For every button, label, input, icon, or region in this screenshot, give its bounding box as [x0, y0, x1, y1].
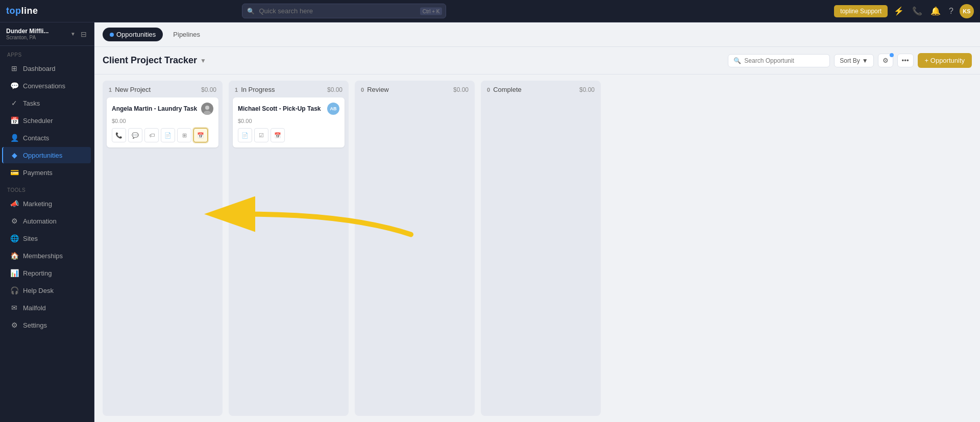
automation-icon: ⚙: [10, 217, 18, 225]
card-tag-button[interactable]: 🏷: [144, 128, 159, 142]
kanban-cards-complete: [481, 97, 601, 416]
kanban-card: Angela Martin - Laundry Task $0.00: [107, 97, 218, 147]
tab-active-dot: [110, 33, 114, 37]
sidebar: Dunder Miffli... Scranton, PA ▼ ⊟ Apps ⊞…: [0, 22, 94, 422]
card-grid-button[interactable]: ⊞: [177, 128, 191, 142]
sidebar-item-mailfold[interactable]: ✉ Mailfold: [3, 300, 91, 316]
scheduler-icon: 📅: [10, 116, 18, 125]
sort-by-button[interactable]: Sort By ▼: [834, 54, 873, 67]
apps-section-label: Apps: [0, 46, 94, 60]
board-actions: 🔍 Sort By ▼ ⚙ ••• + Oppor: [728, 53, 972, 68]
board-title-wrapper: Client Project Tracker ▼: [103, 55, 206, 66]
more-options-button[interactable]: •••: [897, 54, 914, 67]
lightning-icon-button[interactable]: ⚡: [892, 4, 906, 18]
card-actions: 📄 ☑ 📅: [238, 128, 339, 142]
conversations-icon: 💬: [10, 82, 18, 90]
column-amount: $0.00: [327, 86, 342, 93]
board-header: Client Project Tracker ▼ 🔍 Sort By ▼ ⚙: [94, 47, 980, 75]
tab-opportunities-label: Opportunities: [116, 31, 156, 38]
column-name: Review: [367, 86, 450, 93]
sidebar-item-label: Opportunities: [23, 152, 62, 159]
column-amount: $0.00: [453, 86, 469, 93]
sidebar-item-memberships[interactable]: 🏠 Memberships: [3, 247, 91, 264]
reporting-icon: 📊: [10, 269, 18, 277]
dashboard-icon: ⊞: [10, 64, 18, 72]
sidebar-item-scheduler[interactable]: 📅 Scheduler: [3, 112, 91, 129]
sidebar-item-marketing[interactable]: 📣 Marketing: [3, 195, 91, 212]
sidebar-item-settings[interactable]: ⚙ Settings: [3, 317, 91, 333]
card-title: Michael Scott - Pick-Up Task: [238, 105, 321, 112]
sidebar-item-contacts[interactable]: 👤 Contacts: [3, 130, 91, 146]
board-search-input[interactable]: [744, 57, 824, 64]
card-header: Michael Scott - Pick-Up Task AB: [238, 103, 339, 115]
kanban-board: 1 New Project $0.00 Angela Martin - Laun…: [94, 75, 980, 422]
board-title-chevron-icon[interactable]: ▼: [200, 57, 206, 64]
topbar-search-container: 🔍 Ctrl + K: [242, 4, 446, 18]
memberships-icon: 🏠: [10, 252, 18, 260]
card-amount: $0.00: [112, 118, 213, 124]
column-name: In Progress: [241, 86, 324, 93]
sidebar-company-header[interactable]: Dunder Miffli... Scranton, PA ▼ ⊟: [0, 22, 94, 46]
column-count: 0: [487, 87, 490, 93]
column-count: 0: [361, 87, 364, 93]
tab-pipelines-label: Pipelines: [173, 31, 200, 38]
column-amount: $0.00: [201, 86, 216, 93]
board-search-container: 🔍: [728, 54, 830, 67]
sidebar-item-label: Help Desk: [23, 287, 54, 294]
card-header: Angela Martin - Laundry Task: [112, 103, 213, 115]
helpdesk-icon: 🎧: [10, 286, 18, 294]
topbar-right: topline Support ⚡ 📞 🔔 ? KS: [834, 4, 974, 18]
user-avatar[interactable]: KS: [960, 4, 974, 18]
column-amount: $0.00: [579, 86, 595, 93]
phone-icon-button[interactable]: 📞: [910, 4, 924, 18]
sidebar-item-payments[interactable]: 💳 Payments: [3, 164, 91, 181]
avatar-image: [201, 103, 213, 115]
kanban-column-in-progress: 1 In Progress $0.00 Michael Scott - Pick…: [229, 81, 349, 416]
board-title: Client Project Tracker: [103, 55, 197, 66]
add-opportunity-button[interactable]: + Opportunity: [918, 53, 972, 68]
column-name: Complete: [493, 86, 576, 93]
sidebar-item-opportunities[interactable]: ◆ Opportunities: [2, 147, 91, 163]
sidebar-company-name: Dunder Miffli...: [6, 28, 66, 35]
sidebar-item-reporting[interactable]: 📊 Reporting: [3, 265, 91, 281]
column-count: 1: [109, 87, 112, 93]
sidebar-item-label: Contacts: [23, 134, 49, 142]
card-check-button[interactable]: ☑: [254, 128, 268, 142]
card-chat-button[interactable]: 💬: [128, 128, 142, 142]
kanban-card: Michael Scott - Pick-Up Task AB $0.00 📄 …: [233, 97, 345, 147]
tab-opportunities[interactable]: Opportunities: [103, 28, 163, 41]
help-icon-button[interactable]: ?: [947, 5, 955, 18]
kanban-cards-new-project: Angela Martin - Laundry Task $0.00: [103, 97, 223, 416]
sidebar-expand-button[interactable]: ⊟: [80, 29, 88, 39]
column-count: 1: [235, 87, 238, 93]
topbar: topline 🔍 Ctrl + K topline Support ⚡ 📞 🔔…: [0, 0, 980, 22]
sidebar-item-helpdesk[interactable]: 🎧 Help Desk: [3, 282, 91, 299]
sidebar-item-tasks[interactable]: ✓ Tasks: [3, 95, 91, 111]
bell-icon-button[interactable]: 🔔: [928, 4, 943, 18]
card-amount: $0.00: [238, 118, 339, 124]
card-doc-button[interactable]: 📄: [161, 128, 175, 142]
sidebar-item-label: Settings: [23, 321, 47, 329]
sidebar-item-automation[interactable]: ⚙ Automation: [3, 213, 91, 229]
sidebar-item-label: Tasks: [23, 100, 40, 107]
card-calendar-button[interactable]: 📅: [193, 128, 208, 142]
tab-pipelines[interactable]: Pipelines: [166, 28, 207, 41]
filter-button[interactable]: ⚙: [878, 54, 893, 67]
search-input[interactable]: [242, 4, 446, 18]
card-doc-button[interactable]: 📄: [238, 128, 252, 142]
sort-chevron-icon: ▼: [862, 57, 868, 64]
card-phone-button[interactable]: 📞: [112, 128, 126, 142]
card-calendar-button[interactable]: 📅: [271, 128, 285, 142]
sidebar-item-dashboard[interactable]: ⊞ Dashboard: [3, 60, 91, 77]
add-opportunity-label: + Opportunity: [925, 57, 965, 64]
subnav: Opportunities Pipelines: [94, 22, 980, 47]
card-title: Angela Martin - Laundry Task: [112, 105, 197, 112]
board-search-icon: 🔍: [733, 57, 741, 64]
support-button[interactable]: topline Support: [834, 5, 888, 17]
tools-section-label: Tools: [0, 181, 94, 195]
sidebar-item-label: Payments: [23, 169, 53, 177]
opportunities-icon: ◆: [10, 151, 18, 159]
sidebar-item-conversations[interactable]: 💬 Conversations: [3, 78, 91, 94]
sidebar-item-sites[interactable]: 🌐 Sites: [3, 230, 91, 246]
tasks-icon: ✓: [10, 99, 18, 107]
